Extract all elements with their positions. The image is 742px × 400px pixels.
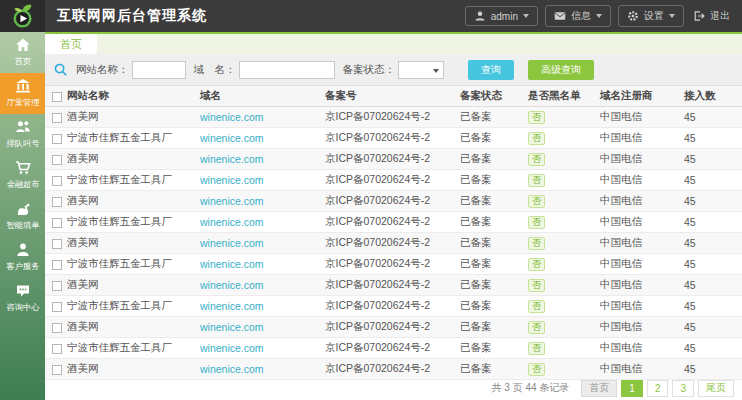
record-status-cell: 已备案 (460, 106, 528, 127)
domain-link[interactable]: winenice.com (200, 342, 264, 354)
form-icon (14, 200, 32, 218)
blacklist-badge: 否 (528, 363, 545, 376)
domain-link[interactable]: winenice.com (200, 279, 264, 291)
record-status-cell: 已备案 (460, 232, 528, 253)
record-status-select[interactable] (398, 61, 444, 79)
registrar-cell: 中国电信 (600, 211, 684, 232)
table-row: 酒美网winenice.com京ICP备07020624号-2已备案否中国电信4… (45, 106, 742, 127)
logout-label: 退出 (710, 9, 730, 23)
sidebar-item-finance-market[interactable]: 金融超市 (0, 155, 45, 196)
sidebar-item-customer-service[interactable]: 客户服务 (0, 237, 45, 278)
domain-link[interactable]: winenice.com (200, 321, 264, 333)
sidebar-item-smart-form[interactable]: 智能填单 (0, 196, 45, 237)
home-icon (14, 36, 32, 54)
first-page-button[interactable]: 首页 (581, 380, 617, 397)
record-status-cell: 已备案 (460, 127, 528, 148)
leaf-play-logo-icon (9, 3, 36, 30)
domain-link[interactable]: winenice.com (200, 111, 264, 123)
row-checkbox[interactable] (52, 302, 62, 312)
select-all-checkbox[interactable] (52, 92, 62, 102)
record-number-cell: 京ICP备07020624号-2 (325, 274, 460, 295)
record-status-cell: 已备案 (460, 274, 528, 295)
last-page-button[interactable]: 尾页 (698, 380, 734, 397)
page-button-1[interactable]: 1 (621, 380, 643, 397)
registrar-cell: 中国电信 (600, 232, 684, 253)
record-number-cell: 京ICP备07020624号-2 (325, 190, 460, 211)
chevron-down-icon (669, 14, 675, 18)
blacklist-badge: 否 (528, 300, 545, 313)
access-count-cell: 45 (684, 211, 742, 232)
domain-link[interactable]: winenice.com (200, 216, 264, 228)
pagination: 共 3 页 44 条记录 首页 123 尾页 (45, 380, 742, 400)
envelope-icon (554, 10, 566, 22)
sidebar-item-hall-management[interactable]: 厅堂管理 (0, 73, 45, 114)
domain-input[interactable] (239, 61, 335, 79)
row-checkbox[interactable] (52, 323, 62, 333)
sidebar-item-consult-center[interactable]: 咨询中心 (0, 278, 45, 319)
domain-link[interactable]: winenice.com (200, 132, 264, 144)
messages-menu-button[interactable]: 信息 (545, 5, 611, 27)
row-checkbox[interactable] (52, 239, 62, 249)
registrar-cell: 中国电信 (600, 316, 684, 337)
table-row: 宁波市佳辉五金工具厂winenice.com京ICP备07020624号-2已备… (45, 253, 742, 274)
row-checkbox[interactable] (52, 134, 62, 144)
record-status-cell: 已备案 (460, 295, 528, 316)
query-button[interactable]: 查询 (468, 60, 514, 80)
row-checkbox[interactable] (52, 113, 62, 123)
record-status-cell: 已备案 (460, 253, 528, 274)
person-icon (14, 241, 32, 259)
page-button-2[interactable]: 2 (647, 380, 669, 397)
access-count-cell: 45 (684, 232, 742, 253)
row-checkbox[interactable] (52, 155, 62, 165)
column-header: 是否黑名单 (528, 86, 600, 106)
row-checkbox[interactable] (52, 176, 62, 186)
row-checkbox[interactable] (52, 260, 62, 270)
row-checkbox[interactable] (52, 197, 62, 207)
blacklist-badge: 否 (528, 132, 545, 145)
column-header: 域名注册商 (600, 86, 684, 106)
site-name-input[interactable] (132, 61, 186, 79)
blacklist-badge: 否 (528, 321, 545, 334)
site-name-cell: 酒美网 (67, 106, 200, 127)
app-logo (0, 0, 45, 32)
blacklist-badge: 否 (528, 279, 545, 292)
table-row: 酒美网winenice.com京ICP备07020624号-2已备案否中国电信4… (45, 274, 742, 295)
blacklist-badge: 否 (528, 258, 545, 271)
domain-link[interactable]: winenice.com (200, 174, 264, 186)
settings-menu-button[interactable]: 设置 (618, 5, 684, 27)
domain-link[interactable]: winenice.com (200, 363, 264, 375)
record-number-cell: 京ICP备07020624号-2 (325, 295, 460, 316)
chevron-down-icon (433, 69, 439, 73)
domain-link[interactable]: winenice.com (200, 195, 264, 207)
settings-menu-label: 设置 (644, 9, 664, 23)
access-count-cell: 45 (684, 295, 742, 316)
access-count-cell: 45 (684, 316, 742, 337)
domain-link[interactable]: winenice.com (200, 237, 264, 249)
site-name-cell: 宁波市佳辉五金工具厂 (67, 127, 200, 148)
advanced-query-button[interactable]: 高级查询 (528, 60, 594, 80)
domain-label: 域 名： (194, 63, 236, 77)
access-count-cell: 45 (684, 169, 742, 190)
blacklist-badge: 否 (528, 342, 545, 355)
blacklist-badge: 否 (528, 237, 545, 250)
row-checkbox[interactable] (52, 344, 62, 354)
page-title: 互联网网后台管理系统 (57, 7, 207, 25)
tab-home[interactable]: 首页 (45, 34, 97, 54)
record-number-cell: 京ICP备07020624号-2 (325, 253, 460, 274)
bank-icon (14, 77, 32, 95)
domain-link[interactable]: winenice.com (200, 153, 264, 165)
row-checkbox[interactable] (52, 281, 62, 291)
site-name-cell: 宁波市佳辉五金工具厂 (67, 169, 200, 190)
row-checkbox[interactable] (52, 365, 62, 375)
row-checkbox[interactable] (52, 218, 62, 228)
sidebar-item-home[interactable]: 首页 (0, 32, 45, 73)
queue-icon (14, 118, 32, 136)
logout-button[interactable]: 退出 (691, 6, 732, 26)
domain-link[interactable]: winenice.com (200, 258, 264, 270)
sidebar-item-label: 厅堂管理 (6, 97, 39, 109)
blacklist-badge: 否 (528, 216, 545, 229)
user-menu-button[interactable]: admin (465, 6, 538, 26)
domain-link[interactable]: winenice.com (200, 300, 264, 312)
sidebar-item-queue-number[interactable]: 排队叫号 (0, 114, 45, 155)
page-button-3[interactable]: 3 (672, 380, 694, 397)
